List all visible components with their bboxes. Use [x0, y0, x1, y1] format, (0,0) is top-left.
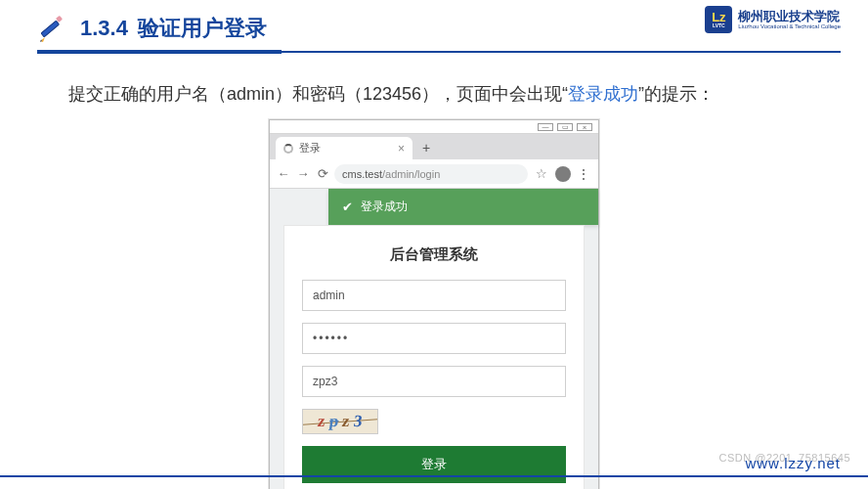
- forward-icon[interactable]: →: [295, 166, 311, 181]
- window-minimize-icon[interactable]: —: [538, 123, 553, 131]
- title-underline: [37, 51, 841, 53]
- intro-text: 提交正确的用户名（admin）和密码（123456），页面中会出现“登录成功”的…: [0, 53, 868, 119]
- logo-cn: 柳州职业技术学院: [738, 10, 841, 23]
- menu-dots-icon[interactable]: ⋮: [575, 166, 592, 182]
- browser-tab[interactable]: 登录 ×: [276, 137, 412, 159]
- url-path: /admin/login: [382, 168, 440, 180]
- login-panel: 后台管理系统 admin •••••• zpz3 z p z 3 登录: [283, 225, 585, 489]
- tab-bar: 登录 × +: [270, 134, 598, 159]
- address-bar: ← → ⟳ cms.test/admin/login ☆ ⋮: [270, 159, 598, 189]
- logo-en: Liuzhou Vocational & Technical College: [738, 23, 841, 30]
- svg-rect-0: [41, 21, 60, 37]
- reload-icon[interactable]: ⟳: [315, 166, 330, 181]
- url-host: cms.test: [342, 168, 382, 180]
- back-icon[interactable]: ←: [276, 166, 291, 181]
- url-input[interactable]: cms.test/admin/login: [334, 164, 528, 184]
- tab-close-icon[interactable]: ×: [398, 142, 405, 156]
- panel-heading: 后台管理系统: [302, 245, 566, 264]
- window-maximize-icon[interactable]: ▭: [557, 123, 573, 131]
- bookmark-star-icon[interactable]: ☆: [536, 166, 547, 181]
- window-controls: — ▭ ⨉: [270, 120, 598, 134]
- college-logo: Lz LVTC 柳州职业技术学院 Liuzhou Vocational & Te…: [705, 6, 841, 33]
- login-button[interactable]: 登录: [302, 446, 566, 483]
- captcha-image[interactable]: z p z 3: [302, 409, 378, 434]
- slide-header: 1.3.4 验证用户登录 Lz LVTC 柳州职业技术学院 Liuzhou Vo…: [0, 0, 868, 53]
- section-number: 1.3.4: [80, 16, 128, 41]
- section-title: 验证用户登录: [138, 14, 267, 43]
- footer-url: www.lzzy.net: [745, 455, 841, 471]
- page-body: ✔ 登录成功 后台管理系统 admin •••••• zpz3 z p z 3 …: [270, 189, 598, 489]
- window-close-icon[interactable]: ⨉: [577, 123, 592, 131]
- profile-avatar-icon[interactable]: [555, 166, 571, 182]
- success-toast: ✔ 登录成功: [328, 189, 598, 225]
- browser-window: — ▭ ⨉ 登录 × + ← → ⟳ cms.test/admin/login …: [269, 119, 599, 489]
- logo-badge: Lz LVTC: [705, 6, 732, 33]
- intro-highlight: 登录成功: [568, 84, 638, 104]
- footer-line: [0, 475, 868, 477]
- pencil-icon: [37, 12, 70, 45]
- check-icon: ✔: [342, 200, 353, 214]
- toast-text: 登录成功: [361, 199, 408, 215]
- username-input[interactable]: admin: [302, 280, 566, 311]
- new-tab-button[interactable]: +: [416, 138, 436, 157]
- loading-spinner-icon: [283, 144, 293, 154]
- password-input[interactable]: ••••••: [302, 323, 566, 354]
- captcha-input[interactable]: zpz3: [302, 366, 566, 397]
- tab-title: 登录: [299, 141, 321, 156]
